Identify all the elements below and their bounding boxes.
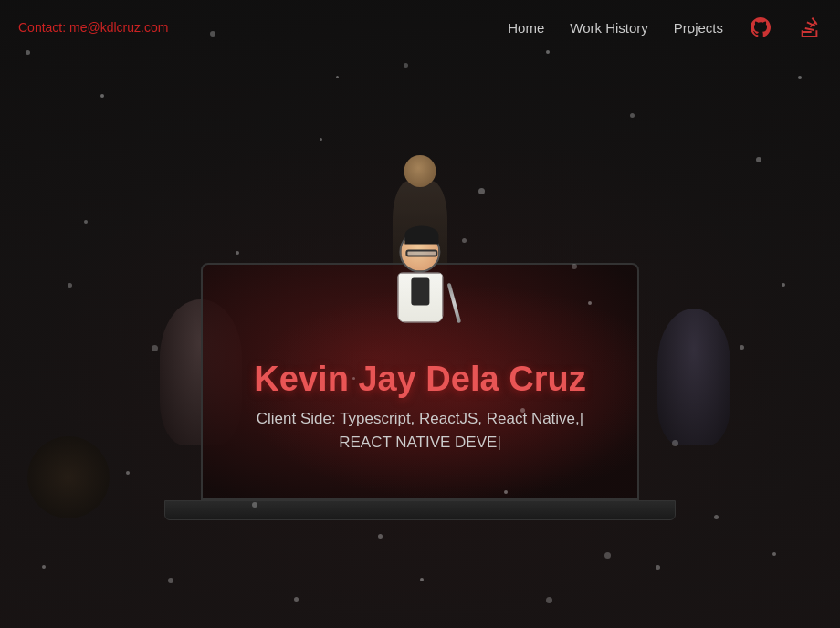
nav-work-history[interactable]: Work History	[570, 20, 648, 36]
avatar-character	[374, 232, 466, 351]
char-glasses	[405, 250, 437, 257]
hero-content: Kevin Jay Dela Cruz Client Side: Typescr…	[254, 232, 585, 452]
laptop-base	[164, 500, 676, 520]
coffee-cup	[27, 436, 110, 518]
char-sword	[446, 283, 461, 324]
char-head	[399, 232, 440, 273]
char-body	[397, 273, 443, 323]
hero-subtitle: Client Side: Typescript, ReactJS, React …	[254, 410, 585, 428]
hero-name: Kevin Jay Dela Cruz	[254, 360, 585, 399]
nav-projects[interactable]: Projects	[674, 20, 723, 36]
contact-label: Contact: me@kdlcruz.com	[18, 20, 168, 35]
hero-typing: REACT NATIVE DEVE|	[254, 434, 585, 452]
figure-center-head	[404, 155, 436, 187]
char-hair	[404, 226, 438, 245]
typing-text: REACT NATIVE DEVE|	[339, 434, 501, 451]
stack-overflow-icon[interactable]	[798, 16, 822, 39]
navbar-links: Home Work History Projects	[508, 16, 822, 39]
github-icon[interactable]	[749, 16, 772, 39]
nav-home[interactable]: Home	[508, 20, 544, 36]
navbar: Contact: me@kdlcruz.com Home Work Histor…	[0, 0, 840, 55]
